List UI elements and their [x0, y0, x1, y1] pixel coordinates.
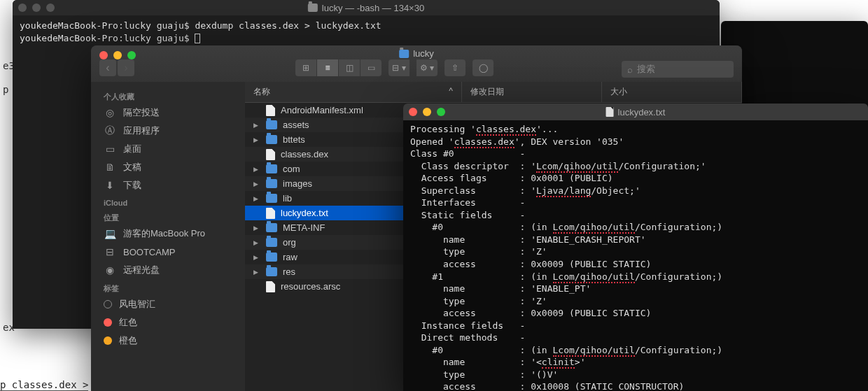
tags-button[interactable]: ◯: [472, 59, 493, 76]
forward-button[interactable]: ›: [118, 59, 134, 76]
close-icon[interactable]: [18, 3, 27, 12]
file-name: META-INF: [283, 222, 325, 233]
disclosure-icon[interactable]: ▶: [253, 225, 260, 232]
file-name: lib: [283, 193, 292, 204]
back-button[interactable]: ‹: [99, 59, 116, 76]
folder-icon: [266, 253, 277, 262]
minimize-icon[interactable]: [32, 3, 41, 12]
text-line: Access flags : 0x0001 (PUBLIC): [410, 172, 861, 185]
list-view-button[interactable]: ≡: [317, 59, 338, 76]
view-mode-group: ⊞ ≡ ◫ ▭: [295, 59, 382, 76]
finder-titlebar[interactable]: lucky ‹ › ⊞ ≡ ◫ ▭ ⊟ ▾ ⚙ ▾ ⇧: [91, 45, 742, 82]
disclosure-icon[interactable]: ▶: [253, 269, 260, 276]
col-size[interactable]: 大小: [602, 82, 742, 102]
sidebar-item[interactable]: 💻游客的MacBook Pro: [91, 225, 245, 243]
sidebar-header-icloud: iCloud: [91, 194, 245, 208]
text-line: Processing 'classes.dex'...: [410, 123, 861, 136]
action-button[interactable]: ⚙ ▾: [416, 59, 438, 76]
sidebar-label: 桌面: [123, 143, 141, 155]
textedit-titlebar[interactable]: luckydex.txt: [403, 104, 868, 120]
sidebar-label: 文稿: [123, 161, 141, 173]
sidebar-icon: 💻: [104, 227, 116, 240]
tag-dot-icon: [104, 318, 112, 327]
disclosure-icon[interactable]: ▶: [253, 239, 260, 246]
file-name: raw: [283, 252, 298, 262]
search-input[interactable]: ⌕ 搜索: [622, 61, 734, 78]
file-icon: [266, 208, 275, 219]
folder-icon: [266, 179, 277, 188]
prompt: youkedeMacBook-Pro:lucky guaju$: [20, 33, 190, 43]
file-icon: [266, 149, 275, 160]
disclosure-icon[interactable]: ▶: [253, 254, 260, 261]
text-line: Instance fields -: [410, 320, 861, 332]
sidebar-item[interactable]: 🗎文稿: [91, 158, 245, 176]
sidebar-label: 隔空投送: [123, 106, 160, 119]
folder-icon: [266, 135, 277, 144]
finder-title-text: lucky: [413, 48, 434, 59]
text-line: access : 0x0009 (PUBLIC STATIC): [410, 307, 861, 320]
maximize-icon[interactable]: [127, 51, 136, 59]
command-text: dexdump classes.dex > luckydex.txt: [195, 20, 381, 31]
sidebar-item[interactable]: ◎隔空投送: [91, 104, 245, 122]
icon-view-button[interactable]: ⊞: [295, 59, 316, 76]
col-date[interactable]: 修改日期: [462, 82, 602, 102]
close-icon[interactable]: [409, 108, 417, 116]
sidebar-item[interactable]: ⊟BOOTCAMP: [91, 243, 245, 261]
textedit-body[interactable]: Processing 'classes.dex'...Opened 'class…: [403, 120, 868, 391]
minimize-icon[interactable]: [113, 51, 122, 59]
gallery-view-button[interactable]: ▭: [360, 59, 382, 76]
terminal-titlebar[interactable]: lucky — -bash — 134×30: [13, 0, 720, 15]
text-line: type : 'Z': [410, 246, 861, 258]
bg-text: p: [3, 84, 8, 95]
sidebar-label: 应用程序: [123, 125, 160, 137]
tag-dot-icon: [104, 300, 112, 308]
file-name: res: [283, 266, 295, 277]
disclosure-icon[interactable]: ▶: [253, 166, 260, 173]
sidebar-item[interactable]: Ⓐ应用程序: [91, 122, 245, 140]
sidebar-item[interactable]: ▭桌面: [91, 140, 245, 158]
cursor: [195, 34, 200, 43]
sidebar-tag[interactable]: 风电智汇: [91, 295, 245, 313]
file-name: bttets: [283, 134, 305, 145]
tag-label: 橙色: [119, 334, 137, 347]
text-line: name : 'ENABLE_PT': [410, 283, 861, 295]
sidebar-label: BOOTCAMP: [123, 247, 175, 257]
maximize-icon[interactable]: [437, 108, 445, 116]
text-line: #1 : (in Lcom/qihoo/util/Configuration;): [410, 271, 861, 283]
text-line: Direct methods -: [410, 332, 861, 344]
column-headers[interactable]: 名称^ 修改日期 大小: [245, 82, 742, 103]
sidebar-icon: ⬇: [104, 179, 116, 192]
sidebar-tag[interactable]: 橙色: [91, 332, 245, 350]
text-line: type : 'Z': [410, 295, 861, 308]
disclosure-icon[interactable]: ▶: [253, 180, 260, 187]
file-name: classes.dex: [281, 149, 328, 159]
maximize-icon[interactable]: [46, 3, 55, 12]
bg-text: p classes.dex >: [0, 379, 88, 391]
file-name: images: [283, 178, 312, 189]
text-line: #0 : (in Lcom/qihoo/util/Configuration;): [410, 221, 861, 234]
terminal-body[interactable]: youkedeMacBook-Pro:lucky guaju$ dexdump …: [13, 15, 720, 48]
folder-icon: [399, 50, 409, 58]
text-line: type : '()V': [410, 369, 861, 381]
sidebar-tag[interactable]: 红色: [91, 313, 245, 332]
column-view-button[interactable]: ◫: [339, 59, 360, 76]
minimize-icon[interactable]: [423, 108, 431, 116]
sidebar-header-locations: 位置: [91, 208, 245, 225]
file-name: resources.arsc: [281, 281, 340, 292]
textedit-window[interactable]: luckydex.txt Processing 'classes.dex'...…: [403, 104, 868, 391]
sidebar-item[interactable]: ◉远程光盘: [91, 261, 245, 279]
disclosure-icon[interactable]: ▶: [253, 136, 260, 143]
folder-icon: [266, 120, 277, 129]
col-name[interactable]: 名称: [253, 86, 270, 98]
folder-icon: [266, 164, 277, 173]
disclosure-icon[interactable]: ▶: [253, 195, 260, 202]
sort-indicator: ^: [449, 86, 453, 98]
textedit-title: luckydex.txt: [618, 107, 666, 118]
arrange-button[interactable]: ⊟ ▾: [388, 59, 410, 76]
disclosure-icon[interactable]: ▶: [253, 122, 260, 129]
close-icon[interactable]: [99, 51, 108, 59]
sidebar-item[interactable]: ⬇下载: [91, 176, 245, 194]
finder-sidebar: 个人收藏 ◎隔空投送Ⓐ应用程序▭桌面🗎文稿⬇下载 iCloud 位置 💻游客的M…: [91, 82, 245, 391]
share-button[interactable]: ⇧: [444, 59, 465, 76]
folder-icon: [266, 223, 277, 232]
